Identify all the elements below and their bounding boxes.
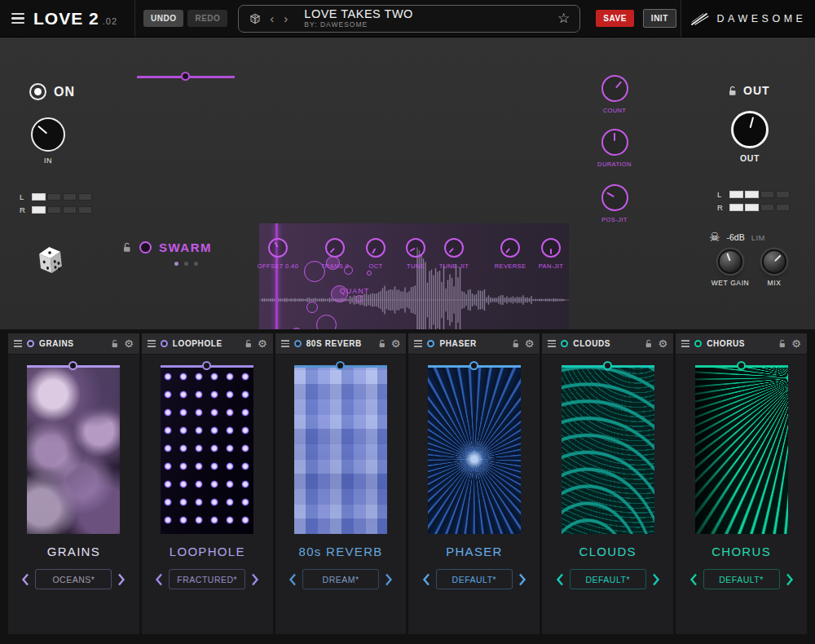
module-settings-gear-icon[interactable]: ⚙ [791,338,801,349]
module-enable-toggle[interactable] [161,340,168,347]
module-enable-toggle[interactable] [561,340,568,347]
chevron-right-icon[interactable] [786,573,794,586]
titlebar-left: LOVE 2.02 [0,0,135,37]
module-artwork[interactable] [27,368,120,534]
wet-gain-knob[interactable] [718,249,742,274]
swarm-slider-handle[interactable] [181,72,190,81]
prev-preset-icon[interactable]: ‹ [268,12,275,24]
swarm-lock-icon[interactable] [122,242,132,253]
module-slider-handle[interactable] [603,361,612,370]
wet-gain-label: WET GAIN [711,279,750,287]
module-artwork[interactable] [294,368,387,534]
count-knob[interactable] [601,75,628,102]
module-settings-gear-icon[interactable]: ⚙ [124,338,134,349]
module-artwork[interactable] [161,368,253,534]
module-settings-gear-icon[interactable]: ⚙ [525,338,535,349]
module-settings-gear-icon[interactable]: ⚙ [258,338,267,349]
output-gain-knob[interactable] [731,111,769,148]
chevron-left-icon[interactable] [556,573,564,586]
module-artwork[interactable] [428,368,521,534]
module-settings-gear-icon[interactable]: ⚙ [658,338,667,349]
swarm-toggle[interactable] [139,241,152,254]
favorite-star-icon[interactable]: ☆ [557,10,570,27]
module-enable-toggle[interactable] [294,340,302,347]
module-slider-handle[interactable] [336,361,345,370]
chevron-right-icon[interactable] [251,573,259,586]
power-toggle[interactable]: ON [29,83,75,100]
randomize-dice-icon[interactable] [33,241,68,279]
next-preset-icon[interactable]: › [282,12,289,24]
module-settings-gear-icon[interactable]: ⚙ [391,338,401,349]
module-preset-select[interactable]: DEFAULT* [570,569,646,589]
save-button[interactable]: SAVE [596,10,634,27]
module-preset-select[interactable]: DREAM* [302,569,379,589]
undo-button[interactable]: UNDO [143,10,183,27]
module-preset-select[interactable]: DEFAULT* [703,569,780,589]
random-preset-icon[interactable] [249,12,262,25]
meter-row-right: R [717,203,790,212]
module-header: PHASER ⚙ [408,333,540,355]
module-lock-icon[interactable] [111,339,119,348]
trans-knob[interactable] [325,238,345,258]
module-enable-toggle[interactable] [694,340,702,347]
chevron-left-icon[interactable] [689,573,698,586]
reverse-knob[interactable] [500,238,520,258]
chevron-left-icon[interactable] [21,573,29,586]
mix-knob-group: MIX [755,249,794,287]
chevron-right-icon[interactable] [385,573,393,586]
module-menu-icon[interactable] [548,340,556,347]
plugin-window: LOVE 2.02 UNDO REDO ‹ › LOVE TAKES TWO B… [0,0,815,644]
module-slider-handle[interactable] [469,361,478,370]
tune-knob[interactable] [406,238,425,258]
output-lock-icon[interactable] [728,86,738,96]
swarm-label: SWARM [159,240,212,254]
chevron-right-icon[interactable] [652,573,660,586]
module-menu-icon[interactable] [681,340,689,347]
oct-knob[interactable] [366,238,385,258]
meter-row-left: L [717,190,790,199]
duration-knob[interactable] [601,129,628,156]
swarm-visual[interactable] [137,78,235,228]
chevron-right-icon[interactable] [518,573,526,586]
module-menu-icon[interactable] [281,340,289,347]
redo-button[interactable]: REDO [187,10,227,27]
module-enable-toggle[interactable] [427,340,434,347]
pos-jit-knob[interactable] [601,184,628,211]
module-header: CHORUS ⚙ [676,333,807,355]
main-menu-icon[interactable] [11,13,24,24]
preset-browser[interactable]: ‹ › LOVE TAKES TWO BY: DAWESOME ☆ [238,5,580,33]
module-lock-icon[interactable] [244,339,253,348]
chevron-left-icon[interactable] [289,573,297,586]
offset-knob[interactable] [268,238,288,258]
module-phaser: PHASER ⚙ PHASER DEFAULT* [408,333,540,634]
input-gain-knob[interactable] [31,117,65,152]
module-artwork-wrap [27,368,120,534]
pan-jit-knob[interactable] [541,238,561,258]
module-menu-icon[interactable] [414,340,422,347]
tune-jit-knob[interactable] [444,238,464,258]
module-slider-handle[interactable] [737,361,746,370]
init-button[interactable]: INIT [643,9,676,28]
module-lock-icon[interactable] [512,339,520,348]
module-title: LOOPHOLE [173,339,222,348]
module-enable-toggle[interactable] [27,340,34,347]
output-gain-knob-group: OUT [731,111,769,163]
module-artwork[interactable] [695,368,788,534]
chevron-left-icon[interactable] [422,573,430,586]
chevron-left-icon[interactable] [155,573,163,586]
chevron-right-icon[interactable] [117,573,126,586]
module-preset-select[interactable]: OCEANS* [35,569,112,589]
module-preset-select[interactable]: DEFAULT* [436,569,513,589]
input-gain-label: IN [44,157,52,165]
module-lock-icon[interactable] [645,339,653,348]
quant-label: QUANT [328,287,381,295]
mix-knob[interactable] [762,249,786,274]
module-lock-icon[interactable] [778,339,786,348]
module-lock-icon[interactable] [378,339,386,348]
module-preset-select[interactable]: FRACTURED* [169,569,245,589]
module-menu-icon[interactable] [148,340,156,347]
limiter-group[interactable]: ☠ -6dB LIM [709,230,765,245]
module-artwork[interactable] [562,368,654,534]
module-menu-icon[interactable] [14,340,22,347]
swarm-page-dots[interactable] [137,262,235,266]
